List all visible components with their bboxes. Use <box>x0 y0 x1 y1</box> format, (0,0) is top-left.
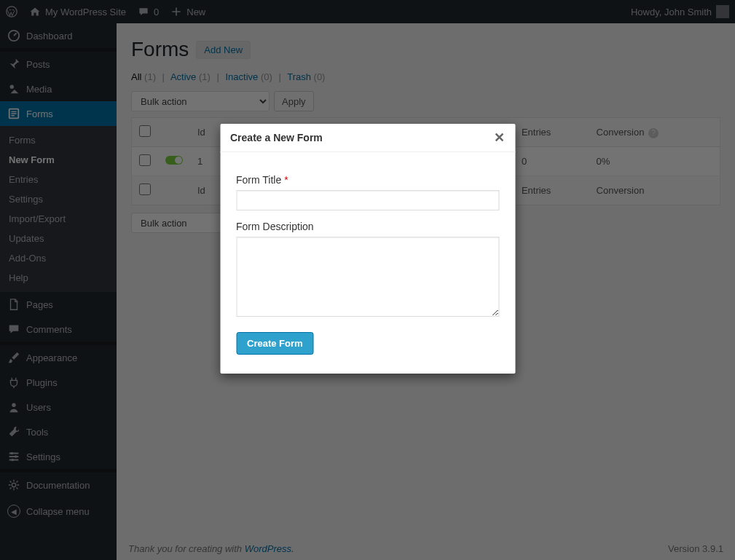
create-form-button[interactable]: Create Form <box>236 332 314 355</box>
form-description-label: Form Description <box>236 221 499 232</box>
dialog-title: Create a New Form <box>230 132 323 143</box>
close-icon[interactable]: ✕ <box>494 131 505 144</box>
form-title-label: Form Title * <box>236 174 499 186</box>
create-form-dialog: Create a New Form ✕ Form Title * Form De… <box>220 124 515 374</box>
form-title-input[interactable] <box>236 190 499 210</box>
form-description-input[interactable] <box>236 237 499 317</box>
